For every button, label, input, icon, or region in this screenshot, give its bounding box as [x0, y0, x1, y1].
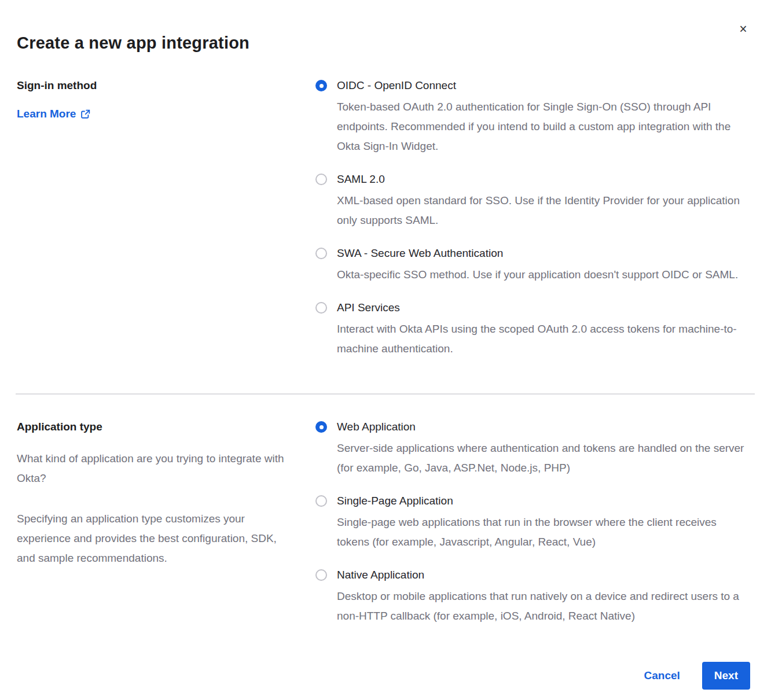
- radio-option-label[interactable]: SWA - Secure Web Authentication: [337, 246, 738, 260]
- next-button[interactable]: Next: [702, 662, 750, 690]
- radio-option-single-page-application[interactable]: Single-Page Application Single-page web …: [315, 494, 750, 552]
- radio-option-description: Single-page web applications that run in…: [337, 513, 750, 552]
- radio-option-label[interactable]: API Services: [337, 301, 750, 315]
- close-icon[interactable]: ×: [735, 21, 751, 37]
- radio-option-label[interactable]: Single-Page Application: [337, 494, 750, 508]
- radio-option-oidc[interactable]: OIDC - OpenID Connect Token-based OAuth …: [315, 79, 750, 156]
- radio-option-description: Interact with Okta APIs using the scoped…: [337, 319, 750, 359]
- dialog-footer: Cancel Next: [17, 662, 750, 690]
- sign-in-method-label: Sign-in method: [17, 79, 292, 93]
- radio-option-label[interactable]: Web Application: [337, 420, 750, 434]
- sign-in-method-options: OIDC - OpenID Connect Token-based OAuth …: [315, 79, 750, 359]
- radio-button-web-application[interactable]: [315, 421, 327, 433]
- radio-button-native-application[interactable]: [315, 569, 327, 581]
- sign-in-method-section: Sign-in method Learn More OIDC - OpenID …: [17, 79, 750, 359]
- radio-button-swa[interactable]: [315, 248, 327, 259]
- radio-option-description: Token-based OAuth 2.0 authentication for…: [337, 97, 750, 156]
- radio-option-label[interactable]: SAML 2.0: [337, 172, 750, 186]
- application-type-options: Web Application Server-side applications…: [315, 420, 750, 626]
- page-title: Create a new app integration: [17, 32, 750, 53]
- radio-option-swa[interactable]: SWA - Secure Web Authentication Okta-spe…: [315, 246, 750, 285]
- radio-option-label[interactable]: OIDC - OpenID Connect: [337, 79, 750, 93]
- radio-option-native-application[interactable]: Native Application Desktop or mobile app…: [315, 568, 750, 626]
- radio-option-description: XML-based open standard for SSO. Use if …: [337, 191, 750, 230]
- radio-option-web-application[interactable]: Web Application Server-side applications…: [315, 420, 750, 478]
- application-type-question: What kind of application are you trying …: [17, 449, 292, 488]
- radio-option-description: Okta-specific SSO method. Use if your ap…: [337, 265, 738, 285]
- radio-button-oidc[interactable]: [315, 80, 327, 91]
- radio-option-description: Desktop or mobile applications that run …: [337, 587, 750, 626]
- application-type-section: Application type What kind of applicatio…: [17, 420, 750, 626]
- learn-more-link[interactable]: Learn More: [17, 108, 90, 120]
- radio-button-single-page-application[interactable]: [315, 495, 327, 507]
- section-divider: [16, 393, 755, 395]
- learn-more-label: Learn More: [17, 108, 76, 120]
- radio-option-label[interactable]: Native Application: [337, 568, 750, 582]
- radio-button-saml[interactable]: [315, 174, 327, 185]
- cancel-button[interactable]: Cancel: [644, 669, 680, 682]
- external-link-icon: [80, 109, 90, 119]
- radio-option-api-services[interactable]: API Services Interact with Okta APIs usi…: [315, 301, 750, 359]
- radio-option-saml[interactable]: SAML 2.0 XML-based open standard for SSO…: [315, 172, 750, 230]
- create-app-integration-dialog: × Create a new app integration Sign-in m…: [0, 0, 771, 700]
- application-type-explanation: Specifying an application type customize…: [17, 509, 292, 568]
- radio-option-description: Server-side applications where authentic…: [337, 439, 750, 478]
- radio-button-api-services[interactable]: [315, 302, 327, 314]
- application-type-label: Application type: [17, 420, 292, 434]
